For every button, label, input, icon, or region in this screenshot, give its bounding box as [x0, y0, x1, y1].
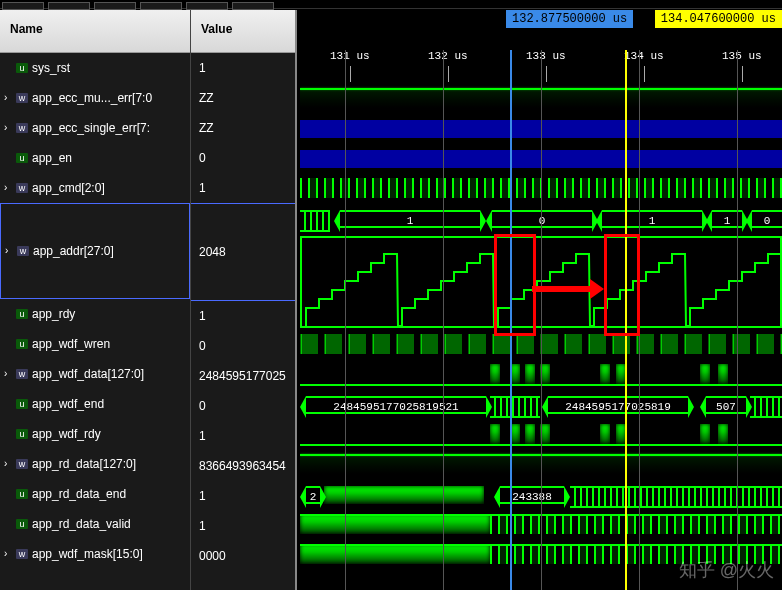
expand-arrow-icon[interactable]: › [4, 539, 12, 569]
signal-name-app_ecc_mu..._err[7:0[interactable]: ›wapp_ecc_mu..._err[7:0 [0, 83, 190, 113]
signal-name-app_rd_data[127:0][interactable]: ›wapp_rd_data[127:0] [0, 449, 190, 479]
bus-value: 1 [602, 210, 702, 228]
gridline [541, 50, 542, 590]
value-header[interactable]: Value [191, 10, 295, 53]
top-bar [0, 0, 782, 9]
signal-label: app_ecc_single_err[7: [32, 113, 150, 143]
signal-value-app_rd_data_valid[interactable]: 1 [191, 511, 295, 541]
expand-arrow-icon[interactable]: › [4, 359, 12, 389]
value-column: Value 1ZZZZ01204810248459517702501836649… [191, 10, 295, 590]
name-header[interactable]: Name [0, 10, 190, 53]
signal-value-app_addr[27:0][interactable]: 2048 [191, 203, 295, 301]
bus-value: 507 [706, 396, 746, 414]
ruler-tick: 134 us [624, 50, 664, 62]
expand-arrow-icon[interactable]: › [5, 203, 13, 299]
cursor-yellow-label[interactable]: 134.047600000 us [655, 10, 782, 28]
expand-arrow-icon[interactable]: › [4, 173, 12, 203]
signal-type-icon: w [16, 123, 28, 133]
signal-type-icon: u [16, 429, 28, 439]
expand-arrow-icon[interactable]: › [4, 113, 12, 143]
cursor-blue-label[interactable]: 132.877500000 us [506, 10, 633, 28]
signal-name-app_rdy[interactable]: uapp_rdy [0, 299, 190, 329]
signal-type-icon: w [16, 183, 28, 193]
signal-label: app_wdf_wren [32, 329, 110, 359]
signal-value-app_wdf_data[127:0][interactable]: 2484595177025 [191, 361, 295, 391]
signal-type-icon: u [16, 489, 28, 499]
signal-type-icon: u [16, 153, 28, 163]
signal-name-app_rd_data_valid[interactable]: uapp_rd_data_valid [0, 509, 190, 539]
signal-value-app_wdf_mask[15:0][interactable]: 0000 [191, 541, 295, 571]
ruler-tick: 133 us [526, 50, 566, 62]
signal-type-icon: u [16, 339, 28, 349]
bus-value: 0 [492, 210, 592, 228]
signal-label: app_rd_data_valid [32, 509, 131, 539]
signal-name-app_wdf_data[127:0][interactable]: ›wapp_wdf_data[127:0] [0, 359, 190, 389]
signal-type-icon: w [16, 549, 28, 559]
signal-name-app_cmd[2:0][interactable]: ›wapp_cmd[2:0] [0, 173, 190, 203]
signal-value-app_rd_data[127:0][interactable]: 8366493963454 [191, 451, 295, 481]
signal-label: app_ecc_mu..._err[7:0 [32, 83, 152, 113]
gridline [443, 50, 444, 590]
signal-type-icon: u [16, 399, 28, 409]
signal-type-icon: u [16, 309, 28, 319]
signal-label: app_wdf_rdy [32, 419, 101, 449]
signal-value-app_wdf_wren[interactable]: 0 [191, 331, 295, 361]
ruler-tick: 131 us [330, 50, 370, 62]
gridline [345, 50, 346, 590]
bus-value: 2484595177025819521 [306, 396, 486, 414]
signal-label: app_wdf_mask[15:0] [32, 539, 143, 569]
signal-type-icon: u [16, 63, 28, 73]
signal-name-app_addr[27:0][interactable]: ›wapp_addr[27:0] [0, 203, 190, 299]
signal-value-app_en[interactable]: 0 [191, 143, 295, 173]
signal-type-icon: w [16, 369, 28, 379]
signal-label: app_rd_data_end [32, 479, 126, 509]
signal-name-app_wdf_end[interactable]: uapp_wdf_end [0, 389, 190, 419]
signal-value-app_ecc_mu..._err[7:0[interactable]: ZZ [191, 83, 295, 113]
signal-type-icon: u [16, 519, 28, 529]
signal-name-app_en[interactable]: uapp_en [0, 143, 190, 173]
signal-value-sys_rst[interactable]: 1 [191, 53, 295, 83]
signal-value-app_ecc_single_err[7:[interactable]: ZZ [191, 113, 295, 143]
signal-value-app_rdy[interactable]: 1 [191, 301, 295, 331]
signal-label: app_wdf_data[127:0] [32, 359, 144, 389]
signal-name-sys_rst[interactable]: usys_rst [0, 53, 190, 83]
bus-value: 2484595177025819 [548, 396, 688, 414]
signal-label: app_addr[27:0] [33, 203, 114, 299]
signal-value-app_wdf_end[interactable]: 0 [191, 391, 295, 421]
annotation-arrow-icon [532, 286, 590, 292]
left-pane[interactable]: Name usys_rst›wapp_ecc_mu..._err[7:0›wap… [0, 10, 297, 590]
signal-label: app_rd_data[127:0] [32, 449, 136, 479]
annotation-box-1 [494, 234, 536, 336]
signal-type-icon: w [16, 93, 28, 103]
expand-arrow-icon[interactable]: › [4, 449, 12, 479]
bus-value: 2 [306, 486, 320, 504]
signal-label: app_cmd[2:0] [32, 173, 105, 203]
ruler-tick: 135 us [722, 50, 762, 62]
signal-name-app_wdf_wren[interactable]: uapp_wdf_wren [0, 329, 190, 359]
signal-label: app_wdf_end [32, 389, 104, 419]
signal-label: app_rdy [32, 299, 75, 329]
bus-value: 0 [752, 210, 782, 228]
bus-value: 1 [340, 210, 480, 228]
signal-name-app_ecc_single_err[7:[interactable]: ›wapp_ecc_single_err[7: [0, 113, 190, 143]
signal-type-icon: w [16, 459, 28, 469]
ruler-tick: 132 us [428, 50, 468, 62]
signal-value-app_rd_data_end[interactable]: 1 [191, 481, 295, 511]
signal-label: sys_rst [32, 53, 70, 83]
signal-name-app_wdf_mask[15:0][interactable]: ›wapp_wdf_mask[15:0] [0, 539, 190, 569]
expand-arrow-icon[interactable]: › [4, 83, 12, 113]
name-column: Name usys_rst›wapp_ecc_mu..._err[7:0›wap… [0, 10, 191, 590]
gridline [737, 50, 738, 590]
signal-name-app_rd_data_end[interactable]: uapp_rd_data_end [0, 479, 190, 509]
signal-value-app_wdf_rdy[interactable]: 1 [191, 421, 295, 451]
annotation-box-2 [604, 234, 640, 336]
waveform-pane[interactable]: 134.047600000 us 132.877500000 us 131 us… [300, 10, 782, 590]
watermark: 知乎 @火火 [679, 558, 774, 582]
signal-label: app_en [32, 143, 72, 173]
signal-name-app_wdf_rdy[interactable]: uapp_wdf_rdy [0, 419, 190, 449]
signal-type-icon: w [17, 246, 29, 256]
signal-value-app_cmd[2:0][interactable]: 1 [191, 173, 295, 203]
